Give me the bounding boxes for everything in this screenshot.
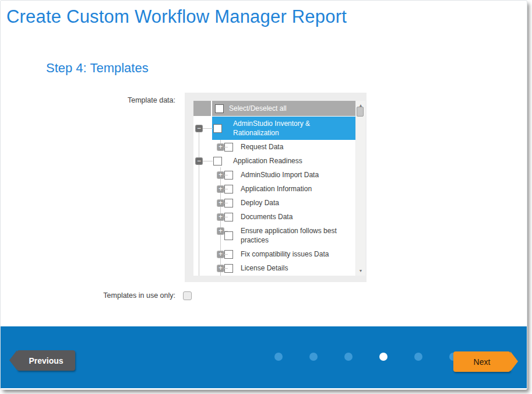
tree-row-gutter xyxy=(193,182,211,196)
tree-item[interactable]: +Deploy Data xyxy=(193,196,355,210)
tree-item-label: AdminStudio Inventory & Rationalization xyxy=(233,117,337,140)
next-button[interactable]: Next xyxy=(453,351,510,372)
collapse-icon[interactable]: − xyxy=(195,157,203,165)
template-data-tree: Select/Deselect all−AdminStudio Inventor… xyxy=(185,93,367,282)
scrollbar-thumb[interactable] xyxy=(357,107,364,117)
tree-row-content: +License Details xyxy=(212,261,355,275)
wizard-window: Create Custom Workflow Manager Report St… xyxy=(0,0,527,390)
select-all-label: Select/Deselect all xyxy=(229,101,287,115)
tree-row-content: Application Readiness xyxy=(212,154,355,168)
tree-row-gutter: − xyxy=(193,154,211,168)
tree-item-label: Documents Data xyxy=(241,210,293,224)
tree-row-gutter xyxy=(193,140,211,154)
tree-row-content: +Ensure application follows best practic… xyxy=(212,224,355,247)
tree-row-gutter xyxy=(193,247,211,261)
tree-row-content: +Application Information xyxy=(212,182,355,196)
expand-icon[interactable]: + xyxy=(217,265,224,272)
expand-icon[interactable]: + xyxy=(217,171,224,179)
tree-row-content: +AdminStudio Import Data xyxy=(212,168,355,182)
tree-row-content: Select/Deselect all xyxy=(212,101,355,116)
tree-item[interactable]: +Ensure application follows best practic… xyxy=(193,224,355,247)
tree-item-checkbox[interactable] xyxy=(213,124,222,133)
previous-button[interactable]: Previous xyxy=(17,350,75,371)
tree-item[interactable]: +Request Data xyxy=(193,140,355,154)
next-button-label: Next xyxy=(474,357,491,367)
tree-row-content: +Fix compatibility issues Data xyxy=(212,247,355,261)
step-heading: Step 4: Templates xyxy=(46,61,149,76)
page-title: Create Custom Workflow Manager Report xyxy=(6,6,347,27)
templates-in-use-label: Templates in use only: xyxy=(1,291,175,300)
tree-item-checkbox[interactable] xyxy=(213,157,222,166)
tree-item-label: Deploy Data xyxy=(241,196,279,210)
expand-icon[interactable]: + xyxy=(217,251,224,258)
step-dot-2 xyxy=(309,353,318,361)
tree-scrollbar[interactable]: ▲ ▼ xyxy=(356,101,365,276)
select-all-checkbox[interactable] xyxy=(215,104,224,113)
template-data-label: Template data: xyxy=(1,96,175,104)
tree-row-gutter xyxy=(193,224,211,247)
tree-item-label: Application Information xyxy=(241,182,312,196)
tree-row-gutter xyxy=(193,168,211,182)
tree-item-label: License Details xyxy=(241,261,288,275)
previous-button-label: Previous xyxy=(29,356,63,365)
expand-icon[interactable]: + xyxy=(217,199,224,207)
tree-row-gutter xyxy=(193,101,211,116)
tree-item[interactable]: +Application Information xyxy=(193,182,355,196)
tree-list: Select/Deselect all−AdminStudio Inventor… xyxy=(193,101,355,276)
tree-item[interactable]: −AdminStudio Inventory & Rationalization xyxy=(193,117,355,140)
tree-item[interactable]: +AdminStudio Import Data xyxy=(193,168,355,182)
expand-icon[interactable]: + xyxy=(217,227,224,235)
collapse-icon[interactable]: − xyxy=(195,125,203,132)
tree-item-checkbox[interactable] xyxy=(224,231,233,240)
expand-icon[interactable]: + xyxy=(217,185,224,193)
tree-item[interactable]: +Fix compatibility issues Data xyxy=(193,247,355,261)
tree-item-label: AdminStudio Import Data xyxy=(241,168,319,182)
tree-row-content: +Request Data xyxy=(212,140,355,154)
wizard-footer: Previous Next xyxy=(1,326,527,388)
step-dot-3 xyxy=(344,353,353,361)
tree-item-label: Fix compatibility issues Data xyxy=(241,247,329,261)
step-dot-1 xyxy=(274,353,283,361)
tree-row-gutter xyxy=(193,210,211,224)
tree-item[interactable]: +License Details xyxy=(193,261,355,275)
tree-item[interactable]: −Application Readiness xyxy=(193,154,355,168)
tree-row-gutter xyxy=(193,261,211,275)
templates-in-use-checkbox[interactable] xyxy=(183,291,192,300)
tree-row-content: AdminStudio Inventory & Rationalization xyxy=(212,117,355,140)
expand-icon[interactable]: + xyxy=(217,213,224,221)
tree-item-label: Application Readiness xyxy=(233,154,302,168)
tree-item-label: Request Data xyxy=(241,140,283,154)
expand-icon[interactable]: + xyxy=(217,143,224,151)
tree-row-content: +Deploy Data xyxy=(212,196,355,210)
scrollbar-down-icon[interactable]: ▼ xyxy=(356,268,365,274)
tree-row-gutter: − xyxy=(193,117,211,140)
tree-row-gutter xyxy=(193,196,211,210)
step-dot-5 xyxy=(414,353,422,361)
tree-item[interactable]: +Documents Data xyxy=(193,210,355,224)
step-dot-4-active xyxy=(379,353,387,361)
tree-row-content: +Documents Data xyxy=(212,210,355,224)
tree-header-row[interactable]: Select/Deselect all xyxy=(193,101,355,117)
tree-item-label: Ensure application follows best practice… xyxy=(241,224,349,247)
